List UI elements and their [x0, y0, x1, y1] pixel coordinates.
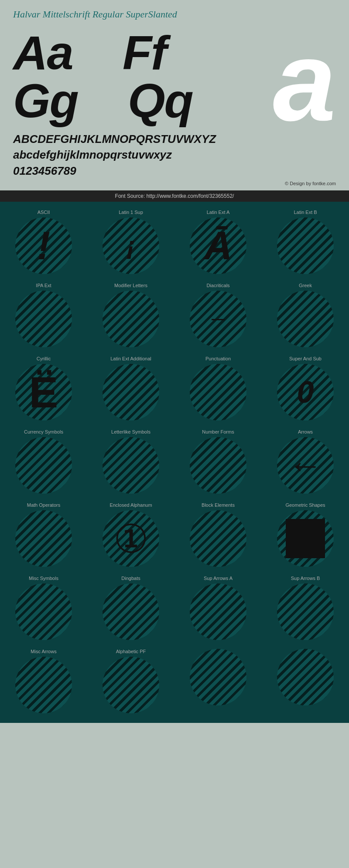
- glyph-label: IPA Ext: [36, 283, 51, 288]
- letter-row2: Gg Qq: [13, 77, 193, 125]
- glyph-cell: Arrows←: [262, 426, 349, 499]
- copyright: © Design by fontke.com: [13, 181, 336, 186]
- glyph-label: Math Operators: [27, 502, 60, 508]
- letter-aa: Aa: [13, 26, 73, 79]
- glyph-arrow: ←: [288, 445, 323, 485]
- glyph-cell: CyrillicЁ: [0, 353, 87, 426]
- glyph-cell: Latin 1 Sup¡: [87, 206, 174, 279]
- glyph-cell: Sup Arrows A: [174, 572, 262, 645]
- specimen-area: Aa Ff Gg Qq a: [13, 29, 336, 125]
- glyph-cell: [174, 645, 262, 719]
- glyph-label: Sup Arrows B: [291, 576, 320, 581]
- glyph-cell: Geometric Shapes: [262, 499, 349, 572]
- glyph-cell: Latin Ext Additional: [87, 353, 174, 426]
- glyph-display: [190, 437, 246, 494]
- glyph-display: [103, 437, 159, 494]
- glyph-display: [277, 649, 334, 705]
- glyph-cell: Enclosed Alphanum①: [87, 499, 174, 572]
- letter-row1: Aa Ff: [13, 29, 193, 77]
- top-section: Halvar Mittelschrift Regular SuperSlante…: [0, 0, 349, 190]
- glyph-display: [190, 510, 246, 567]
- glyph-cell: Sup Arrows B: [262, 572, 349, 645]
- glyph-display: !: [15, 217, 72, 274]
- glyph-label: Geometric Shapes: [285, 502, 325, 508]
- glyph-display: [15, 291, 72, 347]
- glyph-label: Latin Ext B: [294, 210, 317, 215]
- glyph-cell: Super And Sub0: [262, 353, 349, 426]
- glyph-cell: Dingbats: [87, 572, 174, 645]
- glyph-cell: Latin Ext AĀ: [174, 206, 262, 279]
- glyph-label: Alphabetic PF: [116, 649, 146, 654]
- glyph-label: Block Elements: [202, 502, 235, 508]
- glyph-label: Misc Arrows: [31, 649, 56, 654]
- glyph-label: Dingbats: [121, 576, 140, 581]
- glyph-display: ①: [103, 510, 159, 567]
- glyph-display: [103, 657, 159, 713]
- glyph-display: Ё: [15, 364, 72, 420]
- glyph-label: Misc Symbols: [29, 576, 58, 581]
- glyph-display: —: [190, 291, 246, 347]
- glyph-label: ASCII: [38, 210, 50, 215]
- glyph-label: Punctuation: [205, 356, 231, 361]
- glyph-macron: —: [212, 312, 225, 326]
- glyph-display: Ā: [190, 217, 246, 274]
- alphabet-section: ABCDEFGHIJKLMNOPQRSTUVWXYZ abcdefghijklm…: [13, 131, 336, 179]
- glyph-cell: Greek: [262, 279, 349, 353]
- glyph-cell: ASCII!: [0, 206, 87, 279]
- glyph-label: Latin Ext A: [207, 210, 230, 215]
- glyph-character: Ā: [204, 226, 233, 265]
- glyph-cell: Punctuation: [174, 353, 262, 426]
- glyph-display: [103, 291, 159, 347]
- glyph-label: Greek: [299, 283, 312, 288]
- letter-qq: Qq: [128, 74, 193, 127]
- source-bar: Font Source: http://www.fontke.com/font/…: [0, 190, 349, 202]
- glyph-cyrillic: Ё: [29, 370, 58, 414]
- glyph-cell: Math Operators: [0, 499, 87, 572]
- glyph-display: [15, 657, 72, 713]
- glyph-display: [190, 649, 246, 705]
- letter-gg: Gg: [13, 74, 78, 127]
- glyph-label: Latin 1 Sup: [119, 210, 143, 215]
- glyph-display: [15, 583, 72, 640]
- glyph-label: Latin Ext Additional: [110, 356, 151, 361]
- alphabet-upper: ABCDEFGHIJKLMNOPQRSTUVWXYZ: [13, 131, 336, 147]
- glyph-display: [190, 364, 246, 420]
- glyph-display: [103, 364, 159, 420]
- glyph-cell: Misc Symbols: [0, 572, 87, 645]
- big-letter-bg: a: [273, 24, 336, 138]
- glyph-cell: IPA Ext: [0, 279, 87, 353]
- glyph-super: 0: [297, 375, 314, 410]
- glyph-label: Currency Symbols: [24, 429, 63, 434]
- glyph-cell: Modifier Letters: [87, 279, 174, 353]
- glyph-label: Enclosed Alphanum: [109, 502, 152, 508]
- glyph-character-small: ¡: [127, 233, 135, 259]
- glyph-display: ←: [277, 437, 334, 494]
- glyph-display: [190, 583, 246, 640]
- glyph-cell: Latin Ext B: [262, 206, 349, 279]
- glyph-grid-section: ASCII!Latin 1 Sup¡Latin Ext AĀLatin Ext …: [0, 202, 349, 723]
- glyph-label: Sup Arrows A: [204, 576, 233, 581]
- glyph-display: 0: [277, 364, 334, 420]
- glyph-cell: Letterlike Symbols: [87, 426, 174, 499]
- letter-ff: Ff: [123, 26, 166, 79]
- glyph-display: ¡: [103, 217, 159, 274]
- glyph-display: [277, 510, 334, 567]
- glyph-display: [277, 583, 334, 640]
- glyph-label: Arrows: [298, 429, 313, 434]
- glyph-label: Super And Sub: [289, 356, 322, 361]
- glyph-label: Modifier Letters: [114, 283, 147, 288]
- glyph-circled: ①: [113, 516, 149, 562]
- glyph-cell: Alphabetic PF: [87, 645, 174, 719]
- glyph-display: [15, 510, 72, 567]
- glyph-cell: Block Elements: [174, 499, 262, 572]
- digits: 0123456789: [13, 163, 336, 179]
- glyph-cell: [262, 645, 349, 719]
- glyph-label: Diacriticals: [206, 283, 229, 288]
- glyph-grid: ASCII!Latin 1 Sup¡Latin Ext AĀLatin Ext …: [0, 206, 349, 719]
- glyph-display: [15, 437, 72, 494]
- glyph-display: [277, 217, 334, 274]
- glyph-character: !: [37, 226, 50, 265]
- glyph-label: Cyrillic: [37, 356, 51, 361]
- glyph-cell: Diacriticals—: [174, 279, 262, 353]
- glyph-label: Letterlike Symbols: [111, 429, 151, 434]
